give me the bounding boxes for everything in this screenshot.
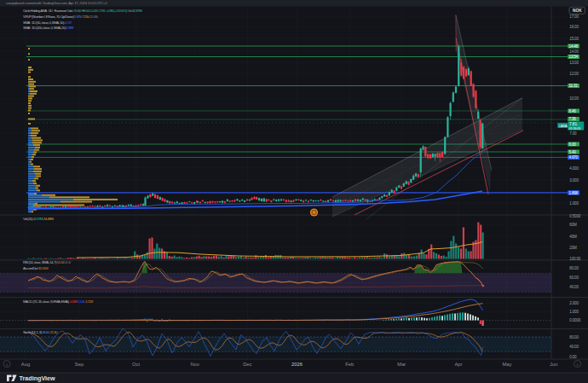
svg-text:12.00: 12.00	[569, 72, 579, 76]
svg-text:7.36: 7.36	[569, 117, 577, 121]
svg-text:0.5000: 0.5000	[569, 214, 580, 218]
svg-text:17.00: 17.00	[569, 15, 579, 19]
svg-text:40.00: 40.00	[569, 345, 579, 349]
svg-text:15.00: 15.00	[569, 37, 579, 41]
svg-text:60.00: 60.00	[569, 276, 579, 280]
svg-text:RSI (14, close, SMA, 14, 7) 50: RSI (14, close, SMA, 14, 7) 50.34 ⊘ ⊘	[23, 260, 72, 264]
svg-text:80.00: 80.00	[569, 335, 579, 339]
svg-text:Jun: Jun	[550, 362, 557, 367]
svg-text:Accum/Dist 92.01M: Accum/Dist 92.01M	[23, 266, 49, 270]
svg-text:01:16:05: 01:16:05	[569, 126, 581, 131]
svg-text:60M: 60M	[569, 223, 577, 227]
svg-text:8.46: 8.46	[569, 109, 577, 113]
svg-text:14.00: 14.00	[569, 49, 579, 54]
svg-text:Dec: Dec	[243, 362, 251, 367]
svg-text:100.00: 100.00	[569, 257, 580, 261]
svg-text:sawyiqlword created with Tradi: sawyiqlword created with TradingView.com…	[6, 1, 108, 5]
svg-text:Stoch (14, 1, 3) 26.60 21.30: Stoch (14, 1, 3) 26.60 21.30	[23, 330, 58, 334]
svg-text:4.000: 4.000	[569, 166, 579, 171]
svg-text:7.00: 7.00	[569, 131, 577, 136]
svg-text:13.00: 13.00	[569, 61, 579, 65]
svg-text:Feb: Feb	[345, 362, 354, 367]
svg-text:40.00: 40.00	[569, 285, 579, 289]
svg-text:MACD (72, 26, close, 9, EMA, E: MACD (72, 26, close, 9, EMA, EMA) -0.589…	[23, 299, 94, 304]
svg-text:3.000: 3.000	[569, 178, 579, 183]
svg-text:SMA · 1D (200, close, 0, SMA,: SMA · 1D (200, close, 0, SMA, 20) 1.899	[23, 26, 74, 30]
svg-text:40M: 40M	[569, 235, 577, 239]
svg-text:0.00: 0.00	[569, 355, 577, 359]
svg-text:Apr: Apr	[454, 362, 462, 367]
svg-text:SMA · 1D (50, close, 0, SMA, 5: SMA · 1D (50, close, 0, SMA, 50) 4.747	[23, 20, 72, 25]
svg-text:10.00: 10.00	[569, 96, 579, 101]
svg-text:Aug: Aug	[21, 362, 30, 367]
svg-text:4.970: 4.970	[569, 155, 579, 160]
svg-text:0.0000: 0.0000	[569, 318, 580, 322]
svg-text:13.54: 13.54	[569, 55, 579, 59]
svg-text:6.00: 6.00	[569, 142, 577, 147]
svg-text:1.000: 1.000	[569, 310, 579, 314]
svg-text:16.00: 16.00	[569, 25, 579, 29]
svg-text:2026: 2026	[291, 362, 303, 367]
svg-text:2.000: 2.000	[569, 301, 579, 305]
svg-text:May: May	[503, 362, 512, 367]
svg-text:Circle Holding ASA · 1D · Euro: Circle Holding ASA · 1D · Euronext Oslo …	[23, 9, 142, 13]
svg-text:Sep: Sep	[75, 362, 84, 367]
svg-text:5.40: 5.40	[569, 150, 577, 154]
svg-text:11.31: 11.31	[569, 84, 579, 88]
svg-text:NOK: NOK	[573, 9, 582, 13]
svg-text:CANA: CANA	[559, 124, 568, 128]
svg-text:Mar: Mar	[397, 362, 406, 367]
svg-text:1.898: 1.898	[569, 191, 579, 195]
svg-text:20M: 20M	[569, 246, 577, 250]
svg-text:TradingView: TradingView	[20, 374, 56, 382]
svg-text:Oct: Oct	[132, 362, 140, 367]
svg-text:Vol (20) 42.87M 24.49M: Vol (20) 42.87M 24.49M	[23, 217, 54, 221]
svg-text:VRVP (Number Of Rows, 70, Up/D: VRVP (Number Of Rows, 70, Up/Down) 5.37k…	[23, 15, 99, 19]
svg-text:1.000: 1.000	[569, 201, 579, 206]
svg-text:80.00: 80.00	[569, 266, 579, 270]
svg-text:14.48: 14.48	[569, 44, 579, 49]
svg-text:Nov: Nov	[191, 362, 199, 367]
